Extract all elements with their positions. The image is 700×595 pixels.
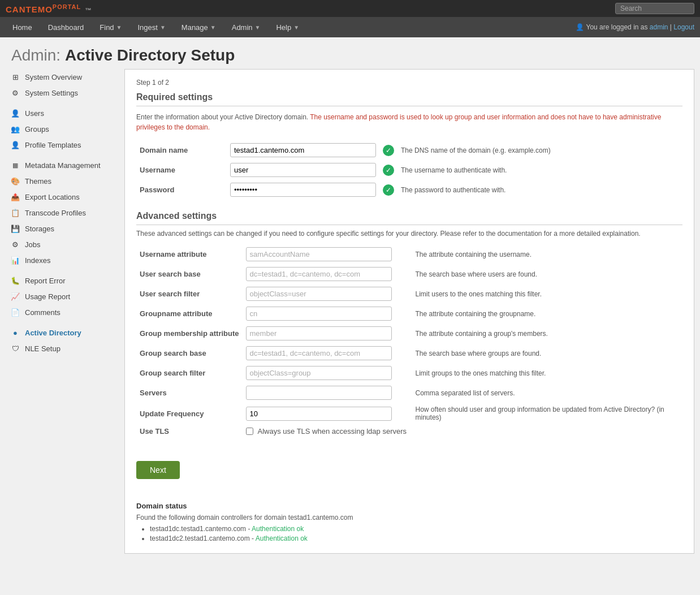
update-frequency-label: Update Frequency <box>136 403 243 424</box>
group-membership-attr-desc: The attribute containing a group's membe… <box>412 324 682 343</box>
sidebar-label: Export Locations <box>25 193 80 201</box>
domain-status: Domain status Found the following domain… <box>136 502 682 542</box>
user-icon: 👤 <box>576 23 584 31</box>
controller-2-ok: Authentication ok <box>256 534 308 542</box>
sidebar-label: Jobs <box>25 240 40 249</box>
sidebar-divider <box>6 153 119 157</box>
sidebar-item-jobs[interactable]: ⚙ Jobs <box>6 236 119 252</box>
group-search-base-input[interactable] <box>246 346 392 360</box>
username-link[interactable]: admin <box>650 23 668 31</box>
sidebar-label: NLE Setup <box>25 344 61 353</box>
sidebar-item-users[interactable]: 👤 Users <box>6 105 119 121</box>
advanced-fields-table: Username attribute The attribute contain… <box>136 244 682 438</box>
user-search-base-input[interactable] <box>246 267 392 281</box>
chevron-down-icon: ▼ <box>116 24 122 31</box>
sidebar-item-report-error[interactable]: 🐛 Report Error <box>6 273 119 288</box>
sidebar-label: Storages <box>25 225 54 233</box>
sidebar-label: Users <box>25 109 44 118</box>
group-search-filter-input[interactable] <box>246 366 392 380</box>
logged-in-text: You are logged in as <box>586 23 650 31</box>
nav-home[interactable]: Home <box>6 20 39 35</box>
sidebar-divider <box>6 101 119 105</box>
nav-manage[interactable]: Manage ▼ <box>175 20 223 35</box>
username-attr-row: Username attribute The attribute contain… <box>136 244 682 264</box>
sidebar-item-comments[interactable]: 📄 Comments <box>6 304 119 320</box>
jobs-icon: ⚙ <box>10 239 20 249</box>
header: CANTEMOPORTAL ™ <box>0 0 700 17</box>
username-attr-input[interactable] <box>246 247 392 261</box>
sidebar-item-nle-setup[interactable]: 🛡 NLE Setup <box>6 340 119 356</box>
sidebar-item-system-overview[interactable]: ⊞ System Overview <box>6 69 119 85</box>
password-label: Password <box>136 180 227 200</box>
groupname-attr-desc: The attribute containing the groupname. <box>412 304 682 324</box>
servers-row: Servers Comma separated list of servers. <box>136 383 682 403</box>
sidebar-divider <box>6 268 119 273</box>
next-button[interactable]: Next <box>136 461 180 479</box>
servers-input[interactable] <box>246 386 392 400</box>
nav-user-info: 👤 You are logged in as admin | Logout <box>576 23 694 31</box>
sidebar-item-export-locations[interactable]: 📤 Export Locations <box>6 189 119 205</box>
controller-1-ok: Authentication ok <box>252 525 304 533</box>
username-attr-desc: The attribute containing the username. <box>412 244 682 264</box>
group-search-base-desc: The search base where groups are found. <box>412 343 682 363</box>
settings-icon: ⚙ <box>10 88 20 98</box>
username-attr-label: Username attribute <box>136 244 243 264</box>
update-frequency-row: Update Frequency How often should user a… <box>136 403 682 424</box>
sidebar-item-transcode-profiles[interactable]: 📋 Transcode Profiles <box>6 205 119 221</box>
use-tls-checkbox[interactable] <box>246 428 253 435</box>
sidebar-item-groups[interactable]: 👥 Groups <box>6 121 119 137</box>
nav-ingest[interactable]: Ingest ▼ <box>131 20 172 35</box>
update-frequency-input[interactable] <box>246 407 392 421</box>
groups-icon: 👥 <box>10 124 20 134</box>
main-content: Step 1 of 2 Required settings Enter the … <box>124 69 694 554</box>
username-check: ✓ <box>383 165 394 176</box>
nav-left: Home Dashboard Find ▼ Ingest ▼ Manage ▼ … <box>6 20 306 35</box>
profile-icon: 👤 <box>10 140 20 150</box>
sidebar-item-indexes[interactable]: 📊 Indexes <box>6 252 119 268</box>
sidebar-item-storages[interactable]: 💾 Storages <box>6 221 119 236</box>
sidebar-label: System Overview <box>25 73 82 81</box>
use-tls-label: Use TLS <box>136 424 243 438</box>
domain-status-title: Domain status <box>136 502 682 510</box>
sidebar-label: Active Directory <box>25 329 81 337</box>
username-desc: The username to authenticate with. <box>397 160 682 180</box>
storage-icon: 💾 <box>10 223 20 234</box>
nav-help[interactable]: Help ▼ <box>269 20 306 35</box>
advanced-info: These advanced settings can be changed i… <box>136 228 682 239</box>
advanced-settings-heading: Advanced settings <box>136 211 682 225</box>
password-input[interactable] <box>230 183 376 197</box>
search-input[interactable] <box>615 3 694 14</box>
use-tls-row: Use TLS Always use TLS when accessing ld… <box>136 424 682 438</box>
sidebar-item-metadata-management[interactable]: ▦ Metadata Management <box>6 157 119 173</box>
domain-status-found-text: Found the following domain controllers f… <box>136 514 682 521</box>
groupname-attr-input[interactable] <box>246 307 392 321</box>
page-title: Admin: Active Directory Setup <box>11 46 689 64</box>
sidebar-item-themes[interactable]: 🎨 Themes <box>6 173 119 189</box>
sidebar-label: Metadata Management <box>25 161 101 170</box>
sidebar-item-usage-report[interactable]: 📈 Usage Report <box>6 288 119 304</box>
group-membership-attr-input[interactable] <box>246 326 392 340</box>
sidebar-item-profile-templates[interactable]: 👤 Profile Templates <box>6 137 119 153</box>
user-search-filter-label: User search filter <box>136 284 243 304</box>
domain-name-label: Domain name <box>136 140 227 160</box>
logout-link[interactable]: Logout <box>673 23 694 31</box>
password-row: Password ✓ The password to authenticate … <box>136 180 682 200</box>
user-search-filter-input[interactable] <box>246 287 392 301</box>
list-item: testad1dc2.testad1.cantemo.com - Authent… <box>150 534 682 542</box>
sidebar-item-system-settings[interactable]: ⚙ System Settings <box>6 85 119 101</box>
nav-dashboard[interactable]: Dashboard <box>41 20 91 35</box>
nav-admin[interactable]: Admin ▼ <box>225 20 267 35</box>
logo-trademark: ™ <box>85 7 92 14</box>
sidebar-item-active-directory[interactable]: ● Active Directory <box>6 325 119 340</box>
list-item: testad1dc.testad1.cantemo.com - Authenti… <box>150 525 682 533</box>
group-search-filter-desc: Limit groups to the ones matching this f… <box>412 363 682 383</box>
controller-2-text: testad1dc2.testad1.cantemo.com - <box>150 534 256 542</box>
username-input[interactable] <box>230 163 376 177</box>
chevron-down-icon: ▼ <box>293 24 299 31</box>
domain-name-input[interactable] <box>230 143 376 157</box>
nav-find[interactable]: Find ▼ <box>93 20 128 35</box>
sidebar-divider <box>6 320 119 325</box>
update-frequency-desc: How often should user and group informat… <box>412 403 682 424</box>
groupname-attr-label: Groupname attribute <box>136 304 243 324</box>
metadata-icon: ▦ <box>10 160 20 170</box>
